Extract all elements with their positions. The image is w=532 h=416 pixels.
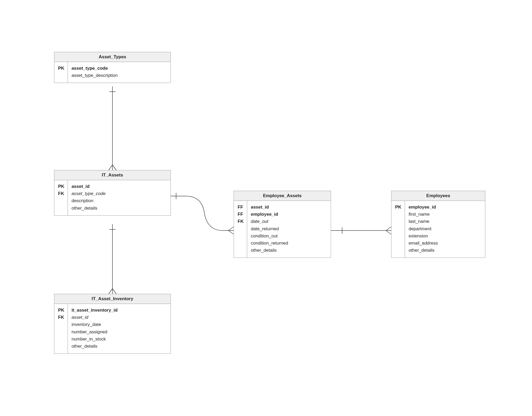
attr: first_name xyxy=(409,211,480,218)
attr: condition_out xyxy=(251,232,325,240)
attr-column: it_asset_inventory_id asset_id inventory… xyxy=(68,304,171,353)
attr-column: asset_id asset_type_code description oth… xyxy=(68,180,171,215)
attr: date_out xyxy=(251,218,325,225)
key-column: PK xyxy=(391,201,405,258)
key-blank xyxy=(58,197,64,204)
key-pk: PK xyxy=(58,183,64,190)
key-fk: FK xyxy=(238,218,244,225)
key-blank xyxy=(238,232,244,240)
key-blank xyxy=(395,240,402,247)
key-blank xyxy=(395,218,402,225)
entity-asset-types: Asset_Types PK asset_type_code asset_typ… xyxy=(54,52,171,83)
key-blank xyxy=(58,335,64,343)
crow-empassets-b xyxy=(228,231,234,234)
key-column: FF FF FK xyxy=(234,201,247,258)
attr: asset_id xyxy=(72,183,165,190)
attr: description xyxy=(72,197,165,204)
attr-column: asset_type_code asset_type_description xyxy=(68,62,171,83)
key-fk: FK xyxy=(58,190,64,197)
attr: condition_returned xyxy=(251,240,325,247)
entity-title: Employee_Assets xyxy=(234,191,331,201)
entity-title: Employees xyxy=(391,191,485,201)
attr: employee_id xyxy=(409,203,480,211)
attr: asset_id xyxy=(251,203,325,211)
crow-employees-t xyxy=(386,227,391,231)
entity-title: IT_Assets xyxy=(54,170,171,180)
attr: asset_type_description xyxy=(72,72,165,79)
key-blank xyxy=(395,211,402,218)
crow-employees-b xyxy=(386,231,391,234)
attr: asset_type_code xyxy=(72,65,165,72)
rel-itassets-employeeassets xyxy=(171,196,234,231)
attr: it_asset_inventory_id xyxy=(72,307,165,314)
attr: asset_type_code xyxy=(72,190,165,197)
entity-employees: Employees PK employee_id first_name last… xyxy=(391,191,485,258)
key-pk: PK xyxy=(395,203,402,211)
erd-canvas: Asset_Types PK asset_type_code asset_typ… xyxy=(0,0,532,416)
key-blank xyxy=(58,321,64,328)
crow-inventory-r xyxy=(112,289,116,294)
entity-body: PK FK asset_id asset_type_code descripti… xyxy=(54,180,171,215)
attr: extension xyxy=(409,232,480,240)
key-fk: FK xyxy=(58,314,64,321)
key-column: PK FK xyxy=(54,180,68,215)
attr: other_details xyxy=(251,247,325,254)
entity-body: PK asset_type_code asset_type_descriptio… xyxy=(54,62,171,83)
crow-empassets-t xyxy=(228,227,234,231)
key-blank xyxy=(58,343,64,350)
key-column: PK FK xyxy=(54,304,68,353)
crow-itassets-l xyxy=(109,165,112,170)
entity-body: PK employee_id first_name last_name depa… xyxy=(391,201,485,258)
entity-it-assets: IT_Assets PK FK asset_id asset_type_code… xyxy=(54,170,171,216)
key-blank xyxy=(395,232,402,240)
attr: date_returned xyxy=(251,225,325,232)
attr-column: employee_id first_name last_name departm… xyxy=(405,201,485,258)
crow-inventory-l xyxy=(109,289,112,294)
entity-title: IT_Asset_Inventory xyxy=(54,294,171,304)
key-blank xyxy=(58,72,64,79)
attr: other_details xyxy=(72,343,165,350)
attr: department xyxy=(409,225,480,232)
entity-title: Asset_Types xyxy=(54,52,171,62)
key-blank xyxy=(395,225,402,232)
key-pk: PK xyxy=(58,307,64,314)
attr: number_assigned xyxy=(72,328,165,335)
attr-column: asset_id employee_id date_out date_retur… xyxy=(247,201,331,258)
key-ff: FF xyxy=(238,211,244,218)
key-blank xyxy=(238,225,244,232)
key-column: PK xyxy=(54,62,68,83)
attr: other_details xyxy=(72,205,165,212)
key-pk: PK xyxy=(58,65,64,72)
attr: number_in_stock xyxy=(72,335,165,343)
key-blank xyxy=(238,240,244,247)
key-blank xyxy=(395,247,402,254)
attr: employee_id xyxy=(251,211,325,218)
attr: email_address xyxy=(409,240,480,247)
entity-employee-assets: Employee_Assets FF FF FK asset_id employ… xyxy=(234,191,331,258)
key-blank xyxy=(238,247,244,254)
crow-itassets-r xyxy=(112,165,116,170)
key-blank xyxy=(58,328,64,335)
entity-it-asset-inventory: IT_Asset_Inventory PK FK it_asset_invent… xyxy=(54,294,171,354)
attr: inventory_date xyxy=(72,321,165,328)
entity-body: FF FF FK asset_id employee_id date_out d… xyxy=(234,201,331,258)
attr: other_details xyxy=(409,247,480,254)
key-blank xyxy=(58,205,64,212)
key-ff: FF xyxy=(238,203,244,211)
attr: asset_id xyxy=(72,314,165,321)
attr: last_name xyxy=(409,218,480,225)
entity-body: PK FK it_asset_inventory_id asset_id inv… xyxy=(54,304,171,353)
